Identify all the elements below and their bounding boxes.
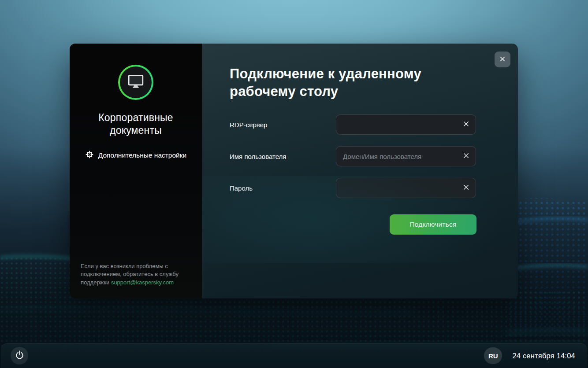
password-clear-button[interactable] (459, 181, 473, 195)
profile-icon-background (120, 66, 152, 98)
profile-title: Корпоративные документы (85, 111, 187, 137)
password-row: Пароль (230, 178, 476, 198)
rdp-connection-dialog: Корпоративные документы Дополнительные н… (70, 44, 518, 298)
password-input-wrap (336, 178, 476, 198)
close-dialog-button[interactable] (495, 52, 510, 67)
monitor-icon (127, 74, 144, 91)
advanced-settings-label: Дополнительные настройки (98, 151, 186, 159)
rdp-server-clear-button[interactable] (459, 118, 473, 131)
x-close-icon (499, 55, 506, 64)
username-row: Имя пользователя (230, 146, 476, 166)
power-icon (15, 350, 25, 361)
datetime-display: 24 сентября 14:04 (512, 352, 575, 360)
dialog-heading: Подключение к удаленному рабочему столу (230, 65, 428, 100)
language-switcher[interactable]: RU (484, 347, 502, 364)
profile-icon-ring (118, 65, 153, 100)
x-clear-icon (462, 151, 470, 161)
taskbar-right-group: RU 24 сентября 14:04 (484, 343, 575, 368)
gear-icon (85, 150, 94, 161)
username-input-wrap (336, 146, 476, 166)
connect-button[interactable]: Подключиться (390, 214, 476, 235)
username-label: Имя пользователя (230, 146, 286, 166)
power-button[interactable] (11, 347, 28, 364)
rdp-server-input-wrap (336, 114, 476, 135)
profile-panel: Корпоративные документы Дополнительные н… (70, 44, 202, 298)
advanced-settings-button[interactable]: Дополнительные настройки (85, 150, 186, 161)
x-clear-icon (462, 120, 470, 129)
support-email-link[interactable]: support@kaspersky.com (111, 279, 174, 286)
x-clear-icon (462, 183, 470, 193)
rdp-server-label: RDP-сервер (230, 114, 267, 135)
rdp-server-row: RDP-сервер (230, 114, 476, 135)
username-clear-button[interactable] (459, 150, 473, 163)
password-label: Пароль (230, 178, 253, 198)
password-input[interactable] (336, 178, 476, 198)
rdp-server-input[interactable] (336, 114, 476, 135)
taskbar: RU 24 сентября 14:04 (1, 343, 587, 368)
username-input[interactable] (336, 146, 476, 166)
support-note: Если у вас возникли проблемы с подключен… (70, 262, 202, 299)
